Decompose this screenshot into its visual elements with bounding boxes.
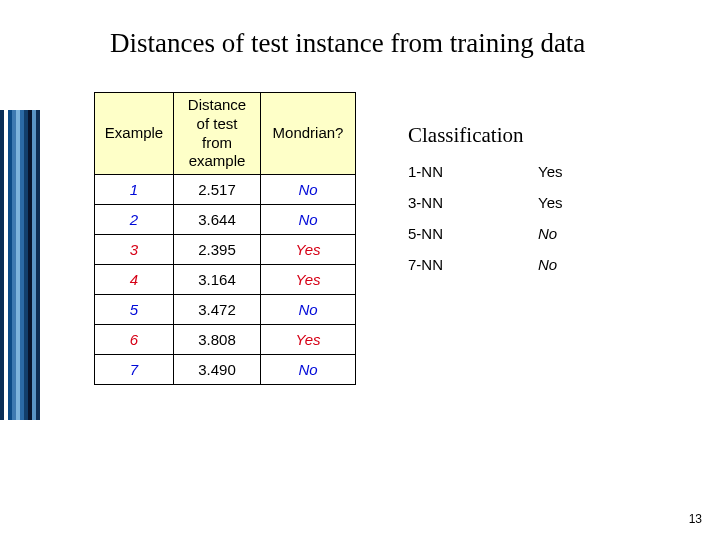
cell-answer: Yes xyxy=(538,187,582,218)
table-row: 3-NNYes xyxy=(408,187,582,218)
cell-distance: 3.472 xyxy=(174,295,261,325)
table-row: 23.644No xyxy=(95,205,356,235)
cell-k: 1-NN xyxy=(408,156,538,187)
classification-table-body: 1-NNYes3-NNYes5-NNNo7-NNNo xyxy=(408,156,582,280)
cell-k: 5-NN xyxy=(408,218,538,249)
cell-example: 2 xyxy=(95,205,174,235)
cell-mondrian: No xyxy=(261,205,356,235)
classification-heading: Classification xyxy=(408,123,523,148)
cell-distance: 3.644 xyxy=(174,205,261,235)
cell-example: 3 xyxy=(95,235,174,265)
cell-example: 4 xyxy=(95,265,174,295)
cell-mondrian: Yes xyxy=(261,325,356,355)
table-row: 12.517No xyxy=(95,175,356,205)
distance-table-body: 12.517No23.644No32.395Yes43.164Yes53.472… xyxy=(95,175,356,385)
table-row: 63.808Yes xyxy=(95,325,356,355)
table-row: 7-NNNo xyxy=(408,249,582,280)
cell-distance: 2.395 xyxy=(174,235,261,265)
classification-table: 1-NNYes3-NNYes5-NNNo7-NNNo xyxy=(408,156,582,280)
cell-distance: 3.808 xyxy=(174,325,261,355)
cell-k: 3-NN xyxy=(408,187,538,218)
table-row: 53.472No xyxy=(95,295,356,325)
cell-distance: 3.490 xyxy=(174,355,261,385)
cell-example: 5 xyxy=(95,295,174,325)
slide-title: Distances of test instance from training… xyxy=(110,28,585,59)
page-number: 13 xyxy=(689,512,702,526)
stripe xyxy=(36,110,40,420)
cell-distance: 3.164 xyxy=(174,265,261,295)
cell-answer: No xyxy=(538,249,582,280)
cell-k: 7-NN xyxy=(408,249,538,280)
cell-example: 7 xyxy=(95,355,174,385)
cell-distance: 2.517 xyxy=(174,175,261,205)
distance-table-header-example: Example xyxy=(95,93,174,175)
cell-mondrian: Yes xyxy=(261,235,356,265)
cell-answer: No xyxy=(538,218,582,249)
table-row: 1-NNYes xyxy=(408,156,582,187)
table-row: 43.164Yes xyxy=(95,265,356,295)
cell-mondrian: Yes xyxy=(261,265,356,295)
distance-table-header-distance: Distanceof testfromexample xyxy=(174,93,261,175)
cell-example: 1 xyxy=(95,175,174,205)
decorative-stripes xyxy=(0,110,40,420)
cell-mondrian: No xyxy=(261,175,356,205)
distance-table: Example Distanceof testfromexample Mondr… xyxy=(94,92,356,385)
cell-mondrian: No xyxy=(261,355,356,385)
cell-answer: Yes xyxy=(538,156,582,187)
distance-table-header-mondrian: Mondrian? xyxy=(261,93,356,175)
table-row: 32.395Yes xyxy=(95,235,356,265)
cell-example: 6 xyxy=(95,325,174,355)
table-row: 5-NNNo xyxy=(408,218,582,249)
table-row: 73.490No xyxy=(95,355,356,385)
cell-mondrian: No xyxy=(261,295,356,325)
